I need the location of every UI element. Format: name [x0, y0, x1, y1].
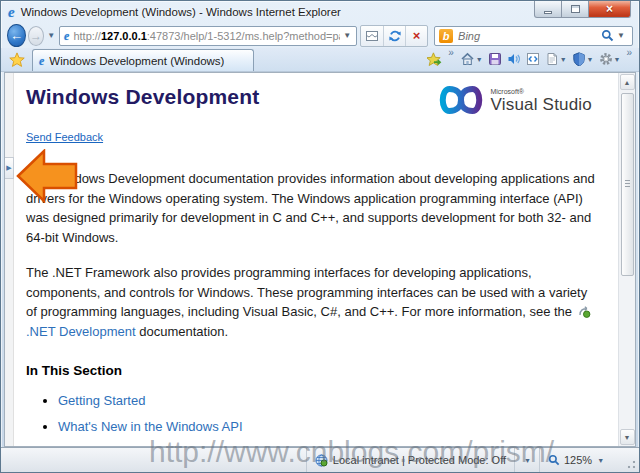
page-menu-button[interactable]: ▼: [543, 48, 569, 70]
intranet-globe-icon: [315, 454, 328, 467]
resize-grip[interactable]: [625, 458, 637, 470]
command-overflow-chevron[interactable]: »: [623, 47, 635, 58]
progress-dropdown-icon[interactable]: ▼: [524, 457, 531, 464]
compatibility-view-button[interactable]: [361, 26, 383, 46]
security-zone-text: Local intranet | Protected Mode: Off: [333, 454, 506, 466]
section-link-list: Getting Started What's New in the Window…: [26, 393, 600, 446]
favorites-overflow-chevron[interactable]: »: [445, 47, 457, 58]
visual-studio-logo: Microsoft® Visual Studio: [434, 85, 592, 115]
pane-toggle-arrow-icon: ▶: [6, 164, 11, 172]
window-controls: ×: [534, 1, 631, 18]
tab-label: Windows Development (Windows): [49, 55, 224, 67]
window-title: Windows Development (Windows) - Windows …: [21, 6, 341, 18]
tab-bar: e Windows Development (Windows) » ▼: [1, 48, 639, 72]
back-arrow-icon: ←: [10, 28, 23, 43]
address-dropdown-icon[interactable]: ▼: [340, 31, 354, 40]
page-dropdown-icon[interactable]: ▼: [560, 56, 567, 63]
search-input[interactable]: [458, 30, 601, 42]
close-icon: ×: [606, 2, 613, 16]
tab-favicon: e: [39, 55, 44, 67]
scroll-up-button[interactable]: ▲: [620, 74, 635, 90]
page-favicon: e: [64, 30, 69, 42]
list-item: Administration and Management: [58, 445, 600, 446]
zoom-magnifier-icon: [548, 454, 560, 466]
zoom-control[interactable]: 125% ▼: [539, 448, 625, 472]
intro-paragraph: The Windows Development documentation pr…: [26, 169, 600, 247]
safety-dropdown-icon[interactable]: ▼: [587, 56, 594, 63]
add-favorites-star-icon: [427, 52, 442, 67]
tab-active[interactable]: e Windows Development (Windows): [32, 49, 254, 71]
code-page-icon: [526, 52, 540, 66]
home-button[interactable]: ▼: [458, 48, 485, 70]
status-bar: Local intranet | Protected Mode: Off ▼ 1…: [1, 447, 639, 472]
feeds-button[interactable]: [505, 48, 523, 70]
page-title: Windows Development: [26, 85, 259, 109]
bing-icon: b: [439, 29, 453, 43]
document-area: Windows Development Microsoft® Visual St…: [14, 73, 618, 446]
refresh-button[interactable]: [383, 26, 405, 46]
search-box[interactable]: b ▼: [434, 26, 633, 46]
forward-button[interactable]: →: [28, 26, 44, 46]
command-bar: » ▼ ▼ ▼ ▼: [425, 47, 635, 71]
search-magnifier-icon[interactable]: [601, 29, 614, 42]
scroll-down-button[interactable]: ▼: [620, 429, 635, 445]
whats-new-link[interactable]: What's New in the Windows API: [58, 419, 243, 434]
search-dropdown-icon[interactable]: ▼: [614, 31, 628, 40]
address-bar[interactable]: e http://127.0.0.1:47873/help/1-5312/ms.…: [59, 26, 357, 46]
ie-logo-icon: e: [8, 5, 15, 20]
infinity-icon: [434, 85, 488, 115]
favorites-star-icon: [9, 52, 25, 68]
zoom-dropdown-icon[interactable]: ▼: [597, 457, 604, 464]
stop-icon: ×: [413, 28, 421, 43]
safety-shield-icon: [572, 52, 586, 66]
browser-window: e Windows Development (Windows) - Window…: [0, 0, 640, 473]
home-icon: [460, 52, 475, 66]
save-button[interactable]: [486, 48, 504, 70]
list-item: What's New in the Windows API: [58, 419, 600, 434]
scrollbar-thumb[interactable]: [621, 93, 634, 276]
url-host: 127.0.0.1: [101, 30, 147, 42]
security-zone-cell: Local intranet | Protected Mode: Off: [306, 448, 514, 472]
home-dropdown-icon[interactable]: ▼: [476, 56, 483, 63]
vertical-scrollbar[interactable]: ▲ ▼: [618, 73, 635, 446]
maximize-icon: [571, 5, 580, 13]
tools-gear-icon: [599, 52, 613, 66]
view-source-button[interactable]: [524, 48, 542, 70]
close-button[interactable]: ×: [589, 1, 631, 18]
zoom-level: 125%: [564, 454, 592, 466]
pane-toggle-button[interactable]: ▶: [5, 157, 14, 179]
minimize-icon: [544, 11, 552, 14]
jump-link-icon: [578, 306, 591, 318]
collapsed-pane-strip: ▶: [5, 73, 14, 446]
dotnet-paragraph: The .NET Framework also provides program…: [26, 263, 600, 341]
navigation-bar: ← → ▼ e http://127.0.0.1:47873/help/1-53…: [1, 23, 639, 48]
refresh-icon: [388, 29, 402, 43]
getting-started-link[interactable]: Getting Started: [58, 393, 145, 408]
sound-feed-icon: [507, 52, 521, 66]
save-disk-icon: [488, 52, 502, 66]
visual-studio-wordmark: Visual Studio: [490, 95, 592, 114]
url-text: http://127.0.0.1:47873/help/1-5312/ms.he…: [73, 30, 340, 42]
section-heading: In This Section: [26, 363, 600, 378]
microsoft-wordmark: Microsoft®: [490, 88, 592, 95]
back-button[interactable]: ←: [7, 24, 26, 47]
recent-pages-dropdown[interactable]: ▼: [47, 31, 55, 40]
dotnet-development-link[interactable]: .NET Development: [26, 324, 136, 339]
page-content: ▶ Windows Development Microsoft® Visual …: [4, 72, 636, 447]
minimize-button[interactable]: [534, 1, 562, 18]
tools-menu-button[interactable]: ▼: [597, 48, 623, 70]
administration-link[interactable]: Administration and Management: [58, 445, 245, 446]
forward-arrow-icon: →: [30, 29, 42, 43]
stop-button[interactable]: ×: [405, 26, 427, 46]
tools-dropdown-icon[interactable]: ▼: [614, 56, 621, 63]
address-buttons: ×: [360, 25, 428, 47]
scroll-up-icon: ▲: [624, 79, 631, 86]
send-feedback-link[interactable]: Send Feedback: [26, 131, 103, 143]
add-to-favorites-bar-button[interactable]: [425, 48, 444, 70]
safety-menu-button[interactable]: ▼: [570, 48, 596, 70]
scroll-down-icon: ▼: [624, 434, 631, 441]
page-icon: [545, 52, 559, 66]
list-item: Getting Started: [58, 393, 600, 408]
favorites-button[interactable]: [5, 49, 29, 71]
maximize-button[interactable]: [562, 1, 589, 18]
